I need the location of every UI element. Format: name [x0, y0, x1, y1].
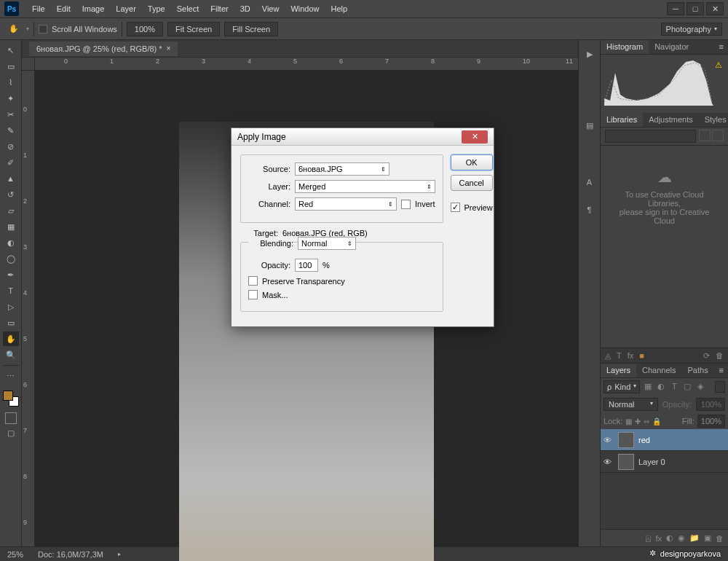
menu-select[interactable]: Select	[171, 4, 205, 13]
menu-edit[interactable]: Edit	[51, 4, 76, 13]
angle-icon[interactable]: ◬	[605, 351, 611, 361]
shape-tool-icon[interactable]: ▭	[3, 315, 19, 330]
library-selector[interactable]	[605, 130, 696, 143]
tab-navigator[interactable]: Navigator	[649, 40, 695, 54]
tab-histogram[interactable]: Histogram	[601, 40, 649, 54]
style-swatch-icon[interactable]: ■	[639, 351, 644, 360]
menu-view[interactable]: View	[256, 4, 285, 13]
tab-adjustments[interactable]: Adjustments	[643, 113, 699, 127]
channel-select[interactable]: Red⇕	[295, 197, 397, 211]
type-tool-icon[interactable]: T	[3, 283, 19, 298]
menu-file[interactable]: File	[26, 4, 51, 13]
cancel-button[interactable]: Cancel	[451, 175, 493, 191]
workspace-selector[interactable]: Photography▾	[661, 23, 722, 36]
gradient-tool-icon[interactable]: ▦	[3, 219, 19, 234]
link-icon[interactable]: ⍓	[646, 534, 651, 543]
history-brush-tool-icon[interactable]: ↺	[3, 187, 19, 202]
window-close-button[interactable]: ✕	[706, 2, 724, 15]
invert-checkbox[interactable]	[401, 200, 411, 209]
fill-field[interactable]: 100%	[697, 415, 725, 428]
tab-libraries[interactable]: Libraries	[601, 113, 643, 127]
dialog-close-button[interactable]: ✕	[462, 130, 488, 144]
smart-filter-icon[interactable]: ◈	[695, 382, 705, 392]
fx-icon[interactable]: fx	[655, 534, 662, 543]
opacity-field[interactable]: 100%	[696, 398, 725, 411]
panel-icon[interactable]: ▤	[583, 119, 596, 132]
menu-help[interactable]: Help	[325, 4, 354, 13]
trash-icon[interactable]: 🗑	[716, 351, 724, 360]
layer-filter-kind[interactable]: ρKind▾	[604, 380, 640, 393]
visibility-icon[interactable]: 👁	[604, 458, 614, 466]
grid-view-icon[interactable]	[699, 130, 711, 141]
crop-tool-icon[interactable]: ✂	[3, 107, 19, 122]
layer-thumbnail[interactable]	[618, 432, 634, 448]
menu-layer[interactable]: Layer	[110, 4, 142, 13]
blur-tool-icon[interactable]: ◐	[3, 235, 19, 250]
zoom-100-button[interactable]: 100%	[127, 22, 163, 36]
lock-pixels-icon[interactable]: ▦	[625, 417, 632, 425]
new-layer-icon[interactable]: ▣	[704, 533, 711, 543]
source-select[interactable]: 6новая.JPG⇕	[295, 162, 389, 176]
opacity-input[interactable]	[295, 259, 318, 272]
warning-icon[interactable]: ⚠	[715, 60, 722, 70]
ok-button[interactable]: OK	[451, 154, 493, 170]
filter-toggle[interactable]	[715, 381, 725, 393]
tab-layers[interactable]: Layers	[601, 364, 636, 377]
magic-wand-tool-icon[interactable]: ✦	[3, 91, 19, 106]
lock-all-icon[interactable]: 🔒	[652, 417, 661, 425]
healing-brush-tool-icon[interactable]: ⊘	[3, 139, 19, 154]
adjustment-icon[interactable]: ◉	[678, 533, 685, 543]
screen-mode-icon[interactable]: ▢	[3, 425, 19, 440]
dialog-titlebar[interactable]: Apply Image ✕	[232, 128, 494, 146]
lock-artboard-icon[interactable]: ⇔	[644, 417, 649, 425]
clone-stamp-tool-icon[interactable]: ▲	[3, 171, 19, 186]
layer-select[interactable]: Merged⇕	[295, 180, 435, 193]
menu-window[interactable]: Window	[285, 4, 325, 13]
pen-tool-icon[interactable]: ✒	[3, 267, 19, 282]
lasso-tool-icon[interactable]: ⌇	[3, 75, 19, 90]
move-tool-icon[interactable]: ↖	[3, 43, 19, 58]
tab-channels[interactable]: Channels	[636, 364, 681, 377]
layer-name[interactable]: red	[638, 436, 650, 444]
fit-screen-button[interactable]: Fit Screen	[167, 22, 220, 36]
visibility-icon[interactable]: 👁	[604, 436, 614, 444]
eraser-tool-icon[interactable]: ▱	[3, 203, 19, 218]
play-icon[interactable]: ▶	[583, 47, 596, 60]
eyedropper-tool-icon[interactable]: ✎	[3, 123, 19, 138]
mask-icon[interactable]: ◐	[666, 533, 673, 543]
group-icon[interactable]: 📁	[689, 533, 700, 543]
menu-type[interactable]: Type	[142, 4, 171, 13]
refresh-icon[interactable]: ⟳	[703, 351, 710, 361]
hand-tool-icon[interactable]: ✋	[6, 21, 22, 37]
layer-item-red[interactable]: 👁 red	[601, 429, 728, 451]
marquee-tool-icon[interactable]: ▭	[3, 59, 19, 74]
foreground-background-color[interactable]	[3, 391, 19, 407]
fill-screen-button[interactable]: Fill Screen	[224, 22, 278, 36]
status-doc-size[interactable]: Doc: 16,0M/37,3M	[38, 550, 103, 559]
zoom-tool-icon[interactable]: 🔍	[3, 348, 19, 362]
window-maximize-button[interactable]: □	[687, 2, 704, 15]
character-icon[interactable]: A	[583, 176, 596, 189]
document-tab[interactable]: 6новая.JPG @ 25% (red, RGB/8) * ×	[29, 42, 178, 56]
dodge-tool-icon[interactable]: ◯	[3, 251, 19, 266]
scroll-all-checkbox[interactable]	[39, 25, 47, 34]
lock-position-icon[interactable]: ✚	[635, 417, 641, 425]
panel-menu-icon[interactable]: ≡	[715, 364, 728, 377]
list-view-icon[interactable]	[712, 130, 724, 141]
close-icon[interactable]: ×	[167, 44, 171, 52]
panel-menu-icon[interactable]: ≡	[715, 40, 728, 54]
layer-name[interactable]: Layer 0	[638, 458, 665, 466]
trash-icon[interactable]: 🗑	[716, 534, 724, 543]
pixel-filter-icon[interactable]: ▦	[643, 382, 653, 392]
tab-paths[interactable]: Paths	[682, 364, 714, 377]
paragraph-icon[interactable]: ¶	[583, 203, 596, 216]
menu-3d[interactable]: 3D	[234, 4, 256, 13]
tab-styles[interactable]: Styles	[699, 113, 728, 127]
hand-tool-icon[interactable]: ✋	[3, 332, 19, 346]
layer-thumbnail[interactable]	[618, 454, 634, 470]
edit-toolbar-icon[interactable]: ⋯	[3, 369, 19, 383]
status-zoom[interactable]: 25%	[7, 550, 23, 559]
blending-select[interactable]: Normal⇕	[298, 237, 356, 250]
path-selection-tool-icon[interactable]: ▷	[3, 299, 19, 314]
layer-item-layer0[interactable]: 👁 Layer 0	[601, 451, 728, 473]
